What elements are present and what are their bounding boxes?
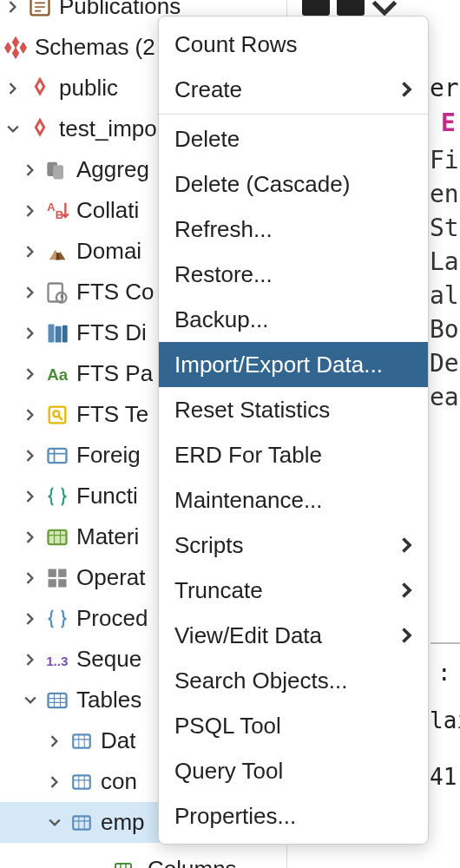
separator <box>430 642 460 644</box>
svg-rect-15 <box>49 529 67 543</box>
menu-view-edit-data[interactable]: View/Edit Data <box>159 613 428 658</box>
tree-item-label: Foreig <box>76 442 141 469</box>
editor-fragment-lai: lai <box>430 707 460 733</box>
aggregates-icon <box>43 158 71 182</box>
table-icon <box>68 812 95 834</box>
menu-restore[interactable]: Restore... <box>159 252 428 297</box>
chevron-right-icon <box>17 286 43 299</box>
editor-number: 41 <box>430 764 457 790</box>
tree-item-label: Domai <box>76 238 141 265</box>
tree-item-columns[interactable]: Columns <box>109 856 237 868</box>
svg-rect-18 <box>58 569 66 576</box>
svg-rect-10 <box>62 325 68 342</box>
collations-icon: AB <box>43 199 71 223</box>
chevron-right-icon <box>17 613 43 625</box>
chevron-right-icon <box>17 409 43 421</box>
menu-search-objects[interactable]: Search Objects... <box>159 658 428 703</box>
chevron-down-icon <box>42 817 68 829</box>
chevron-right-icon <box>17 327 43 339</box>
chevron-right-icon <box>17 450 43 462</box>
tree-item-label: Dat <box>101 727 135 754</box>
fts-config-icon <box>43 280 71 305</box>
tree-item-label: FTS Co <box>76 279 154 306</box>
tree-item-label: Columns <box>148 856 237 868</box>
tree-item-label: test_impo <box>59 115 157 142</box>
operators-icon <box>43 566 71 590</box>
tree-item-label: Schemas (2 <box>35 34 155 61</box>
svg-rect-5 <box>56 253 60 260</box>
menu-import-export[interactable]: Import/Export Data... <box>159 342 428 387</box>
menu-erd[interactable]: ERD For Table <box>159 432 428 477</box>
svg-text:A: A <box>47 201 55 214</box>
tree-item-label: emp <box>101 809 145 836</box>
publications-icon <box>26 0 54 19</box>
svg-rect-25 <box>73 816 90 829</box>
tree-item-label: Operat <box>76 564 146 591</box>
domains-icon <box>43 240 71 264</box>
schema-icon <box>26 76 54 101</box>
chevron-right-icon <box>0 82 26 95</box>
svg-rect-9 <box>56 326 62 342</box>
tree-item-label: FTS Pa <box>76 360 153 387</box>
svg-text:Aa: Aa <box>47 365 68 384</box>
fts-template-icon <box>43 403 71 427</box>
svg-rect-2 <box>53 165 63 179</box>
svg-rect-17 <box>49 569 56 576</box>
chevron-right-icon <box>17 654 43 666</box>
toolbar-button-2[interactable] <box>337 0 365 16</box>
menu-create[interactable]: Create <box>159 67 428 112</box>
chevron-down-icon <box>17 694 43 707</box>
chevron-right-icon <box>402 577 412 604</box>
menu-reset-stats[interactable]: Reset Statistics <box>159 387 428 432</box>
table-icon <box>68 771 95 793</box>
tree-item-label: FTS Di <box>76 319 147 346</box>
menu-maintenance[interactable]: Maintenance... <box>159 477 428 523</box>
sequences-icon: 1..3 <box>43 648 71 672</box>
chevron-right-icon <box>17 490 43 503</box>
fts-dict-icon <box>43 321 71 345</box>
menu-scripts[interactable]: Scripts <box>159 523 428 568</box>
chevron-right-icon <box>17 531 43 543</box>
svg-text:1..3: 1..3 <box>46 654 68 668</box>
tree-item-label: Functi <box>76 483 138 510</box>
tree-item-label: Materi <box>76 523 139 550</box>
tree-item-label: con <box>101 768 137 795</box>
tables-icon <box>43 688 71 713</box>
tree-item-label: FTS Te <box>76 401 148 428</box>
chevron-right-icon <box>402 532 412 559</box>
chevron-right-icon <box>42 735 68 747</box>
chevron-right-icon <box>402 76 412 103</box>
editor-fragment: ery <box>430 74 460 102</box>
fts-parser-icon: Aa <box>43 362 71 386</box>
columns-icon <box>109 859 137 869</box>
toolbar-dropdown[interactable] <box>371 0 398 16</box>
tree-item-label: public <box>59 75 118 102</box>
menu-query-tool[interactable]: Query Tool <box>159 748 428 793</box>
menu-delete-cascade[interactable]: Delete (Cascade) <box>159 161 428 207</box>
editor-text-fragment: Fi en St La al Bo De ea <box>430 143 459 414</box>
menu-truncate[interactable]: Truncate <box>159 568 428 613</box>
tree-item-label: Proced <box>76 605 148 632</box>
svg-rect-23 <box>73 734 90 747</box>
tree-item-label: Seque <box>76 646 141 673</box>
menu-properties[interactable]: Properties... <box>159 793 428 838</box>
materialized-views-icon <box>43 525 71 549</box>
menu-refresh[interactable]: Refresh... <box>159 207 428 252</box>
functions-icon <box>43 484 71 509</box>
editor-colon: : <box>437 660 451 686</box>
chevron-right-icon <box>402 622 412 649</box>
menu-count-rows[interactable]: Count Rows <box>159 22 428 67</box>
chevron-right-icon <box>17 572 43 584</box>
svg-rect-26 <box>115 864 131 869</box>
chevron-right-icon <box>17 205 43 217</box>
chevron-right-icon <box>0 1 26 13</box>
table-icon <box>68 730 95 753</box>
chevron-down-icon <box>0 123 26 135</box>
menu-psql-tool[interactable]: PSQL Tool <box>159 703 428 748</box>
menu-backup[interactable]: Backup... <box>159 297 428 342</box>
chevron-right-icon <box>17 368 43 380</box>
menu-delete[interactable]: Delete <box>159 116 428 161</box>
toolbar-button-1[interactable] <box>302 0 330 16</box>
tree-item-label: Tables <box>76 687 141 713</box>
chevron-right-icon <box>17 164 43 176</box>
